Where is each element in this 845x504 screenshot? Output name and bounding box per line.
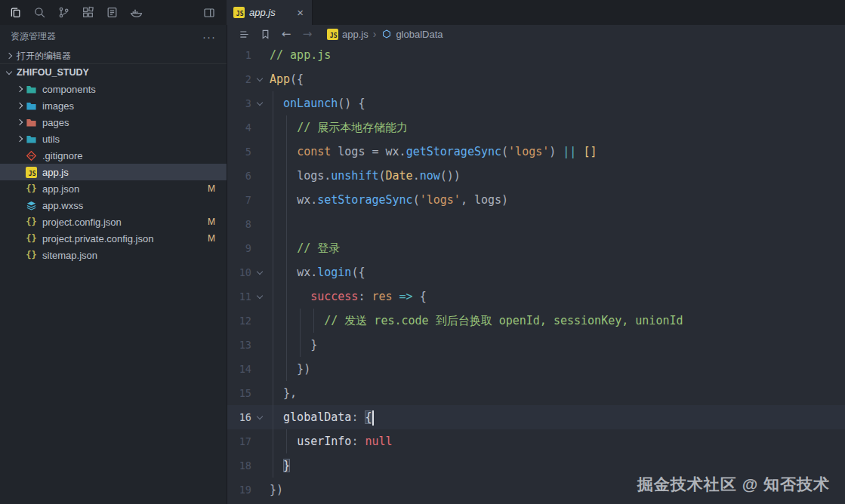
tree-item-label: app.wxss bbox=[42, 200, 83, 211]
code-line-16[interactable]: 16 globalData: { bbox=[227, 405, 845, 429]
tab-close-icon[interactable]: × bbox=[295, 6, 305, 19]
line-number: 7 bbox=[227, 188, 251, 212]
code-line-7[interactable]: 7 wx.setStorageSync('logs', logs) bbox=[227, 188, 845, 212]
line-number: 12 bbox=[227, 309, 251, 333]
remote-icon[interactable] bbox=[100, 0, 124, 25]
gutter: 8 bbox=[227, 212, 270, 236]
gutter: 13 bbox=[227, 333, 270, 357]
line-number: 11 bbox=[227, 284, 251, 309]
code-line-5[interactable]: 5 const logs = wx.getStorageSync('logs')… bbox=[227, 140, 845, 164]
nav-forward-icon[interactable]: → bbox=[298, 25, 316, 43]
line-number: 9 bbox=[227, 236, 251, 260]
breadcrumb-symbol[interactable]: globalData bbox=[396, 29, 443, 40]
gutter: 12 bbox=[227, 309, 270, 333]
activity-bar bbox=[0, 0, 227, 25]
line-number: 16 bbox=[227, 405, 251, 429]
code-line-15[interactable]: 15 }, bbox=[227, 381, 845, 405]
line-number: 13 bbox=[227, 333, 251, 357]
folder-icon bbox=[25, 83, 38, 95]
tree-item-app-json[interactable]: {}app.jsonM bbox=[0, 180, 227, 197]
line-number: 1 bbox=[227, 43, 251, 67]
code-line-12[interactable]: 12 // 发送 res.code 到后台换取 openId, sessionK… bbox=[227, 309, 845, 333]
outline-icon[interactable] bbox=[235, 25, 253, 43]
tree-item-components[interactable]: components bbox=[0, 81, 227, 97]
tree-item-app-wxss[interactable]: app.wxss bbox=[0, 197, 227, 214]
chevron-right-icon bbox=[15, 101, 25, 111]
modified-badge: M bbox=[208, 233, 215, 244]
code-text: }) bbox=[270, 357, 310, 381]
code-text: // 展示本地存储能力 bbox=[270, 115, 408, 140]
modified-badge: M bbox=[208, 217, 215, 227]
search-icon[interactable] bbox=[27, 0, 51, 25]
layout-toggle-icon[interactable] bbox=[199, 0, 219, 25]
code-line-6[interactable]: 6 logs.unshift(Date.now()) bbox=[227, 164, 845, 188]
breadcrumb: JS app.js › globalData bbox=[327, 28, 443, 40]
extensions-icon[interactable] bbox=[76, 0, 100, 25]
gutter: 18 bbox=[227, 453, 270, 478]
fold-chevron-icon[interactable] bbox=[251, 268, 268, 277]
fold-chevron-icon[interactable] bbox=[251, 99, 268, 108]
code-line-10[interactable]: 10 wx.login({ bbox=[227, 260, 845, 284]
tree-item-gitignore[interactable]: .gitignore bbox=[0, 147, 227, 164]
code-text: // app.js bbox=[270, 43, 331, 67]
line-number: 17 bbox=[227, 429, 251, 453]
tree-item-label: .gitignore bbox=[42, 150, 82, 161]
tree-item-label: components bbox=[42, 84, 96, 95]
code-line-14[interactable]: 14 }) bbox=[227, 357, 845, 381]
gutter: 17 bbox=[227, 429, 270, 453]
code-line-13[interactable]: 13 } bbox=[227, 333, 845, 357]
code-line-1[interactable]: 1// app.js bbox=[227, 43, 845, 67]
wxss-icon bbox=[25, 199, 38, 211]
modified-badge: M bbox=[208, 183, 215, 194]
folder-icon bbox=[25, 133, 38, 145]
line-number: 19 bbox=[227, 478, 251, 502]
code-line-2[interactable]: 2App({ bbox=[227, 67, 845, 91]
line-number: 10 bbox=[227, 260, 251, 284]
sidebar-menu-icon[interactable]: ··· bbox=[202, 30, 216, 43]
js-file-icon: JS bbox=[233, 7, 245, 18]
tree-item-app-js[interactable]: JSapp.js bbox=[0, 164, 227, 180]
explorer-icon[interactable] bbox=[3, 0, 27, 25]
tab-label: app.js bbox=[249, 7, 291, 18]
code-line-4[interactable]: 4 // 展示本地存储能力 bbox=[227, 115, 845, 140]
fold-chevron-icon[interactable] bbox=[251, 413, 268, 422]
chevron-right-icon bbox=[15, 118, 25, 128]
source-control-icon[interactable] bbox=[51, 0, 76, 25]
fold-chevron-icon[interactable] bbox=[251, 292, 268, 301]
editor-toolbar-icons: ←→ bbox=[235, 25, 316, 43]
bookmark-icon[interactable] bbox=[256, 25, 274, 43]
open-editors-section[interactable]: 打开的编辑器 bbox=[0, 48, 227, 64]
gutter: 19 bbox=[227, 478, 270, 502]
tree-item-pages[interactable]: pages bbox=[0, 114, 227, 131]
line-number: 14 bbox=[227, 357, 251, 381]
fold-chevron-icon[interactable] bbox=[251, 75, 268, 84]
code-text: success: res => { bbox=[270, 284, 427, 309]
tree-item-images[interactable]: images bbox=[0, 97, 227, 114]
tree-item-label: utils bbox=[42, 134, 60, 145]
code-line-17[interactable]: 17 userInfo: null bbox=[227, 429, 845, 453]
tree-item-label: pages bbox=[42, 117, 69, 128]
tree-item-label: app.js bbox=[42, 167, 69, 178]
code-line-3[interactable]: 3 onLaunch() { bbox=[227, 91, 845, 115]
gutter: 1 bbox=[227, 43, 270, 67]
code-text: } bbox=[270, 453, 290, 478]
code-line-8[interactable]: 8 bbox=[227, 212, 845, 236]
docker-icon[interactable] bbox=[124, 0, 148, 25]
tree-item-sitemap-json[interactable]: {}sitemap.json bbox=[0, 247, 227, 263]
workspace-section[interactable]: ZHIFOU_STUDY bbox=[0, 64, 227, 81]
chevron-right-icon bbox=[15, 85, 25, 94]
line-number: 8 bbox=[227, 212, 251, 236]
chevron-down-icon bbox=[5, 68, 14, 78]
tree-item-project-private-config-json[interactable]: {}project.private.config.jsonM bbox=[0, 230, 227, 247]
folder-icon bbox=[25, 100, 38, 112]
tree-item-label: app.json bbox=[42, 183, 79, 195]
tab-app-js[interactable]: JS app.js × bbox=[227, 0, 313, 25]
code-line-9[interactable]: 9 // 登录 bbox=[227, 236, 845, 260]
sidebar-header: 资源管理器 ··· bbox=[0, 25, 227, 48]
code-line-11[interactable]: 11 success: res => { bbox=[227, 284, 845, 309]
tree-item-utils[interactable]: utils bbox=[0, 131, 227, 147]
breadcrumb-file[interactable]: app.js bbox=[342, 29, 369, 40]
code-text: onLaunch() { bbox=[270, 91, 365, 115]
tree-item-project-config-json[interactable]: {}project.config.jsonM bbox=[0, 214, 227, 230]
nav-back-icon[interactable]: ← bbox=[277, 25, 295, 43]
